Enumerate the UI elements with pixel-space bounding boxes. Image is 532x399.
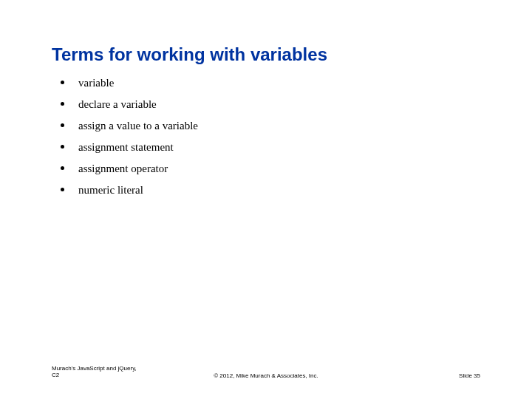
list-item: variable [59, 76, 198, 89]
bullet-list: variable declare a variable assign a val… [59, 76, 198, 205]
list-item: assign a value to a variable [59, 119, 198, 132]
list-item: assignment statement [59, 140, 198, 154]
footer-center: © 2012, Mike Murach & Associates, Inc. [0, 372, 532, 379]
footer-left-line1: Murach's JavaScript and jQuery, [52, 365, 137, 372]
footer-right: Slide 35 [459, 372, 480, 379]
slide: Terms for working with variables variabl… [0, 0, 532, 399]
list-item: numeric literal [59, 183, 198, 197]
list-item: assignment operator [59, 162, 198, 175]
slide-title: Terms for working with variables [52, 44, 327, 65]
list-item: declare a variable [59, 98, 198, 111]
